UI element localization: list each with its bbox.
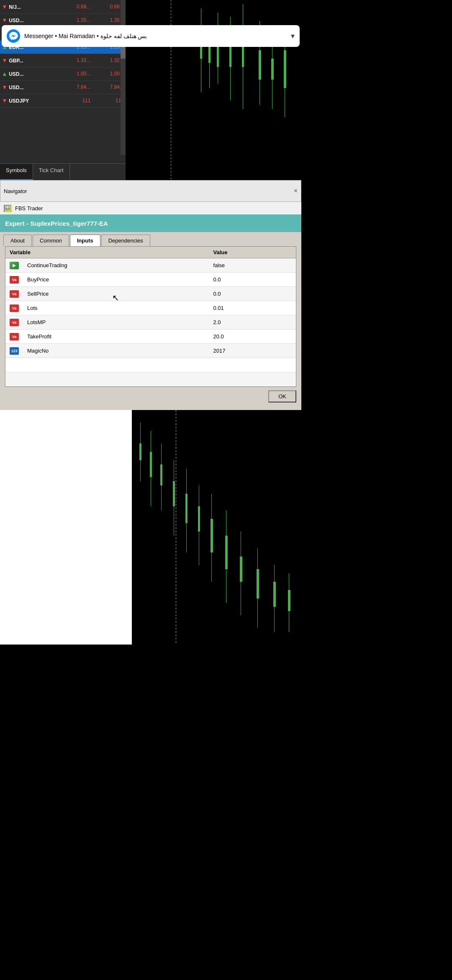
tab-tick-chart[interactable]: Tick Chart — [33, 164, 70, 180]
candle-body — [173, 481, 175, 506]
table-row[interactable]: ▼ N/J... 0.68... 0.68... — [0, 0, 126, 13]
candle-body — [259, 50, 261, 80]
svg-point-0 — [7, 29, 20, 43]
table-row[interactable]: ▲ USD... 1.00... 1.00... — [0, 67, 126, 80]
var-value-takeprofit[interactable]: 20.0 — [209, 330, 296, 344]
table-row-empty — [5, 372, 296, 387]
var-value-magicno[interactable]: 2017 — [209, 344, 296, 358]
expert-dialog: About Common Inputs Dependencies Variabl… — [0, 232, 301, 410]
var-icon-cell: Va — [5, 273, 23, 287]
table-row[interactable]: Va SellPrice 0.0 — [5, 287, 296, 301]
tab-symbols[interactable]: Symbols — [0, 164, 33, 180]
navigator-title: Navigator — [4, 188, 294, 194]
var-icon-cell: Va — [5, 301, 23, 315]
candle-body — [288, 590, 290, 611]
candle-body — [160, 464, 162, 485]
ok-button[interactable]: OK — [268, 390, 296, 402]
candle-body — [139, 444, 141, 460]
table-row[interactable]: 123 MagicNo 2017 — [5, 344, 296, 358]
var-value-sell-price[interactable]: 0.0 — [209, 287, 296, 301]
navigator-panel: Navigator × — [0, 180, 301, 202]
symbols-table: ▼ N/J... 0.68... 0.68... ▼ USD... 1.35..… — [0, 0, 126, 108]
table-row[interactable]: Va LotsMP 2.0 — [5, 315, 296, 330]
var-value-buy-price[interactable]: 0.0 — [209, 273, 296, 287]
messenger-text: Messenger • Mai Ramadan • بس هنلف لفه حل… — [24, 33, 291, 39]
table-row[interactable]: ▼ GBP... 1.32... 1.32... — [0, 54, 126, 67]
col-header-variable: Variable — [5, 247, 209, 258]
dialog-content: Variable Value ▶ ContinueTrading false V… — [5, 246, 296, 387]
table-row-empty — [5, 358, 296, 372]
lotsmp-icon: Va — [10, 319, 19, 326]
navigator-close-button[interactable]: × — [294, 187, 298, 195]
messenger-icon — [7, 29, 20, 43]
lots-icon: Va — [10, 304, 19, 312]
magicno-icon: 123 — [10, 347, 19, 355]
var-name-lots[interactable]: Lots — [23, 301, 209, 315]
takeprofit-icon: Va — [10, 333, 19, 340]
table-row[interactable]: ▼ USD... 7.84... 7.84... — [0, 80, 126, 94]
var-icon-cell: Va — [5, 287, 23, 301]
bottom-right-chart — [132, 410, 301, 645]
navigator-fbs-trader-label: FBS Trader — [15, 205, 43, 211]
crosshair-line-bottom — [176, 410, 176, 645]
var-icon-cell: Va — [5, 330, 23, 344]
col-header-value: Value — [209, 247, 296, 258]
buy-price-icon: Va — [10, 276, 19, 284]
table-row[interactable]: Va BuyPrice 0.0 — [5, 273, 296, 287]
chevron-down-icon[interactable]: ▾ — [291, 31, 295, 41]
messenger-notification[interactable]: Messenger • Mai Ramadan • بس هنلف لفه حل… — [2, 25, 300, 47]
candle-body — [225, 536, 228, 569]
candle-body — [257, 569, 259, 598]
tab-inputs[interactable]: Inputs — [70, 235, 100, 246]
candle-body — [271, 59, 274, 80]
candle-body — [240, 557, 242, 582]
var-name-buy-price[interactable]: BuyPrice — [23, 273, 209, 287]
table-row[interactable]: Va Lots 0.01 — [5, 301, 296, 315]
var-icon-cell: 123 — [5, 344, 23, 358]
table-row[interactable]: ▶ ContinueTrading false — [5, 258, 296, 273]
dialog-buttons: OK — [0, 387, 301, 406]
trading-top-panel: Messenger • Mai Ramadan • بس هنلف لفه حل… — [0, 0, 301, 180]
dialog-tabs: About Common Inputs Dependencies — [0, 232, 301, 246]
expert-title-bar: Expert - SuplexPrices_tiger777-EA — [0, 214, 301, 232]
candle-body — [150, 452, 152, 477]
candle-body — [273, 582, 276, 607]
candle-body — [185, 494, 187, 523]
var-value-continue-trading[interactable]: false — [209, 258, 296, 273]
var-icon-cell: ▶ — [5, 258, 23, 273]
var-name-sell-price[interactable]: SellPrice — [23, 287, 209, 301]
candle-body — [284, 50, 286, 88]
var-name-continue-trading[interactable]: ContinueTrading — [23, 258, 209, 273]
tab-dependencies[interactable]: Dependencies — [101, 235, 150, 246]
var-name-magicno[interactable]: MagicNo — [23, 344, 209, 358]
var-icon-cell: Va — [5, 315, 23, 330]
var-value-lotsmp[interactable]: 2.0 — [209, 315, 296, 330]
bottom-chart-area — [0, 410, 301, 645]
symbols-tabs: Symbols Tick Chart — [0, 163, 126, 180]
tab-about[interactable]: About — [3, 235, 32, 246]
var-name-lotsmp[interactable]: LotsMP — [23, 315, 209, 330]
navigator-item-fbs[interactable]: 🖼️ FBS Trader — [0, 202, 301, 214]
sell-price-icon: Va — [10, 290, 19, 298]
table-row[interactable]: Va TakeProfit 20.0 — [5, 330, 296, 344]
var-name-takeprofit[interactable]: TakeProfit — [23, 330, 209, 344]
scrollbar[interactable] — [121, 0, 126, 155]
candle-body — [198, 506, 200, 531]
tab-common[interactable]: Common — [33, 235, 69, 246]
variables-table: Variable Value ▶ ContinueTrading false V… — [5, 247, 296, 387]
candle-body — [211, 519, 213, 552]
table-row[interactable]: ▼ USDJPY 111 111 — [0, 94, 126, 107]
bottom-left-panel — [0, 410, 132, 645]
continue-trading-icon: ▶ — [10, 262, 19, 269]
var-value-lots[interactable]: 0.01 — [209, 301, 296, 315]
expert-title-text: Expert - SuplexPrices_tiger777-EA — [5, 220, 108, 227]
